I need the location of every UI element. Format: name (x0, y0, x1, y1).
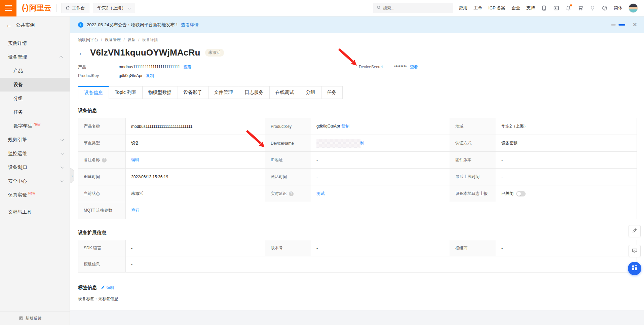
widget-launcher-button[interactable] (628, 262, 641, 275)
apps-grid-icon (632, 265, 638, 272)
notification-bell-icon[interactable] (565, 5, 571, 11)
device-detail-page: 物联网平台 / 设备管理 / 设备 / 设备详情 ← V6lzVN1kquuOY… (70, 33, 644, 310)
sidebar-back-instances[interactable]: ← 公共实例 (0, 16, 70, 34)
sidebar-item-instance-detail[interactable]: 实例详情 (0, 36, 70, 50)
nav-billing[interactable]: 费用 (459, 5, 467, 11)
tab-file-management[interactable]: 文件管理 (209, 86, 239, 99)
mobile-app-icon[interactable] (541, 5, 547, 11)
cell-value: - (316, 246, 318, 251)
sidebar-item-devices[interactable]: 设备 (0, 78, 70, 92)
breadcrumb: 物联网平台 / 设备管理 / 设备 / 设备详情 (70, 33, 644, 43)
search-input[interactable] (383, 6, 449, 10)
nav-icp[interactable]: ICP 备案 (488, 5, 505, 11)
question-mark-icon[interactable]: ? (289, 191, 294, 196)
table-row: 创建时间 2022/06/13 15:36:19 激活时间 - 最后上线时间 - (78, 169, 637, 185)
extended-info-section-title: 设备扩展信息 (78, 230, 644, 236)
new-badge: New (28, 191, 35, 195)
cloudshell-terminal-icon[interactable] (553, 5, 559, 11)
nav-support[interactable]: 支持 (526, 5, 535, 11)
announcement-text: 2022-05-24发布公告：物联网平台新功能发布！ (87, 22, 179, 28)
nav-enterprise[interactable]: 企业 (512, 5, 520, 11)
latency-test-link[interactable]: 测试 (316, 191, 325, 196)
breadcrumb-device-detail: 设备详情 (142, 37, 158, 43)
survey-float-button[interactable] (629, 225, 641, 237)
nav-tickets[interactable]: 工单 (473, 5, 482, 11)
tab-log-service[interactable]: 日志服务 (239, 86, 270, 99)
carousel-dot-active[interactable] (618, 24, 625, 26)
close-icon[interactable]: ✕ (633, 21, 637, 28)
sidebar-item-monitoring[interactable]: 监控运维 (0, 147, 70, 160)
tab-groups[interactable]: 分组 (300, 86, 321, 99)
cell-value: modbus111111111111111111111111 (131, 124, 192, 129)
sidebar-item-docs-tools[interactable]: 文档与工具 (0, 205, 70, 219)
tab-tsl-data[interactable]: 物模型数据 (143, 86, 178, 99)
announcement-detail-link[interactable]: 查看详情 (181, 22, 199, 28)
product-label: 产品 (78, 64, 119, 70)
locale-switcher[interactable]: 简体 (614, 5, 622, 11)
pencil-icon (632, 228, 637, 234)
cell-value: - (316, 158, 318, 162)
tab-jobs[interactable]: 任务 (321, 86, 343, 99)
sidebar-item-security-center[interactable]: 安全中心 (0, 174, 70, 188)
device-tags-label: 设备标签： (78, 296, 98, 301)
global-search[interactable] (373, 3, 453, 13)
product-view-link[interactable]: 查看 (183, 64, 191, 70)
user-avatar[interactable] (629, 3, 638, 13)
sidebar-item-groups[interactable]: 分组 (0, 92, 70, 105)
top-header: (-) 阿里云 工作台 华东2（上海） 费用 工单 ICP 备案 企业 (0, 0, 644, 16)
tab-device-shadow[interactable]: 设备影子 (178, 86, 209, 99)
help-icon[interactable] (602, 5, 608, 11)
region-selector[interactable]: 华东2（上海） (93, 3, 135, 13)
feedback-button[interactable]: 新版反馈 (0, 312, 70, 325)
sidebar-item-digital-twin[interactable]: 数字孪生 New (0, 119, 70, 133)
sidebar-collapse-handle[interactable]: ‹ (70, 168, 74, 183)
lamp-icon[interactable] (590, 5, 596, 11)
productkey-copy-link[interactable]: 复制 (341, 124, 349, 129)
question-mark-icon[interactable]: ? (102, 158, 107, 162)
remark-edit-link[interactable]: 编辑 (131, 157, 139, 162)
tab-device-info[interactable]: 设备信息 (78, 86, 109, 99)
pencil-icon (101, 285, 105, 290)
breadcrumb-device-management[interactable]: 设备管理 (105, 37, 121, 43)
privacy-blur-overlay (316, 139, 361, 148)
local-log-toggle[interactable] (516, 191, 526, 196)
cell-value: gdk0qGteApr (316, 124, 340, 129)
cell-value: - (501, 175, 503, 179)
sidebar-item-rules-engine[interactable]: 规则引擎 (0, 133, 70, 147)
table-row: 产品名称 modbus111111111111111111111111 Prod… (78, 118, 637, 135)
cell-label: DeviceName (271, 141, 294, 146)
sidebar-item-jobs[interactable]: 任务 (0, 105, 70, 119)
sidebar-item-device-management[interactable]: 设备管理 (0, 50, 70, 64)
carousel-dot-inactive[interactable] (611, 24, 616, 26)
devicesecret-view-link[interactable]: 查看 (410, 64, 418, 70)
cell-value: 未激活 (131, 191, 143, 196)
feedback-icon (19, 316, 23, 321)
shopping-cart-icon[interactable] (577, 5, 583, 11)
devicesecret-label: DeviceSecret (359, 65, 394, 69)
sidebar-item-products[interactable]: 产品 (0, 64, 70, 78)
cell-value: 华东2（上海） (501, 124, 528, 129)
hamburger-menu-button[interactable] (0, 0, 16, 16)
cell-label: IP地址 (271, 157, 282, 162)
hamburger-icon (5, 5, 12, 6)
productkey-copy-link[interactable]: 复制 (146, 73, 154, 79)
cell-label: 创建时间 (84, 174, 100, 179)
cell-value: - (501, 158, 503, 162)
breadcrumb-devices[interactable]: 设备 (127, 37, 136, 43)
cell-value: - (131, 262, 132, 267)
cell-value: - (501, 246, 503, 251)
cell-label: 实时延迟 (271, 191, 287, 196)
sidebar-item-simulation[interactable]: 仿真实验 New (0, 188, 70, 202)
page-back-arrow[interactable]: ← (78, 48, 85, 57)
sidebar-item-device-assignment[interactable]: 设备划归 (0, 160, 70, 174)
tab-topic-list[interactable]: Topic 列表 (109, 86, 143, 99)
tags-edit-link[interactable]: 编辑 (101, 285, 114, 291)
tab-online-debug[interactable]: 在线调试 (270, 86, 300, 99)
info-icon: i (78, 22, 83, 28)
breadcrumb-iot-platform[interactable]: 物联网平台 (78, 37, 98, 43)
aliyun-logo[interactable]: (-) 阿里云 (22, 3, 51, 13)
device-meta: 产品 modbus111111111111111111111111 查看 Dev… (78, 63, 637, 80)
feedback-chat-float-button[interactable] (629, 245, 641, 257)
mqtt-params-view-link[interactable]: 查看 (131, 208, 139, 213)
workbench-button[interactable]: 工作台 (61, 3, 89, 13)
